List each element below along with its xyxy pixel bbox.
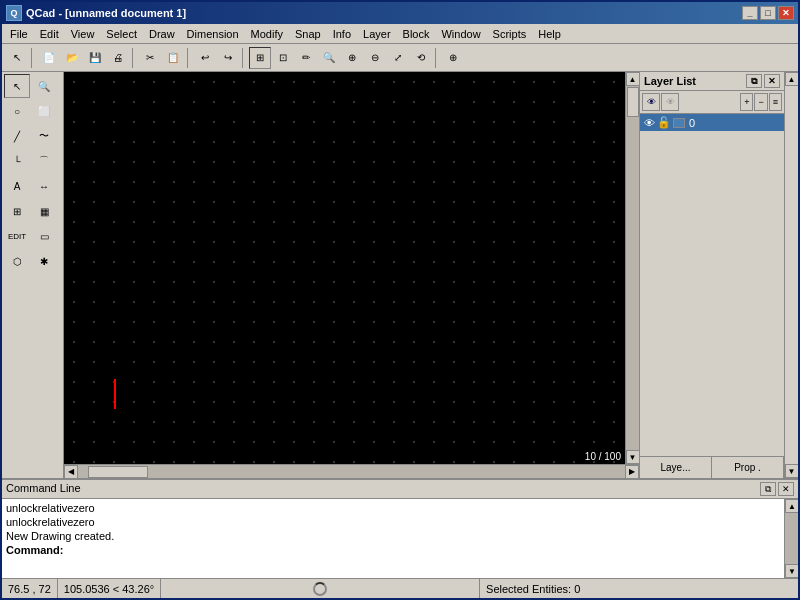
snap-btn[interactable]: ⊡ — [272, 47, 294, 69]
menu-dimension[interactable]: Dimension — [181, 24, 245, 43]
vscroll-thumb[interactable] — [627, 87, 639, 117]
menu-window[interactable]: Window — [435, 24, 486, 43]
minimize-btn[interactable]: _ — [742, 6, 758, 20]
cmd-float-btn[interactable]: ⧉ — [760, 482, 776, 496]
layer-add-btn[interactable]: + — [740, 93, 753, 111]
drawing-canvas[interactable]: 10 / 100 — [64, 72, 625, 464]
hatch-tool-btn[interactable]: ⊞ — [4, 199, 30, 223]
block-tool-btn[interactable]: ▭ — [31, 224, 57, 248]
menu-snap[interactable]: Snap — [289, 24, 327, 43]
layer-show-all-btn[interactable]: 👁 — [642, 93, 660, 111]
menu-view[interactable]: View — [65, 24, 101, 43]
layer-lock-icon: 🔓 — [657, 116, 671, 129]
menu-file[interactable]: File — [4, 24, 34, 43]
new-btn[interactable]: 📄 — [38, 47, 60, 69]
window-controls[interactable]: _ □ ✕ — [742, 6, 794, 20]
circle-tool-btn[interactable]: ○ — [4, 99, 30, 123]
cmd-prompt-line: Command: — [6, 543, 780, 557]
layer-close-btn[interactable]: ✕ — [764, 74, 780, 88]
cmd-scroll-track[interactable] — [785, 513, 798, 564]
layer-list-btn[interactable]: ≡ — [769, 93, 782, 111]
scroll-left-btn[interactable]: ◀ — [64, 465, 78, 479]
coordinates-section: 76.5 , 72 — [2, 579, 58, 598]
zoom-fit-btn[interactable]: ⤢ — [387, 47, 409, 69]
angle-tool-btn[interactable]: └ — [4, 149, 30, 173]
snap-tool-btn[interactable]: ✱ — [31, 249, 57, 273]
menu-edit[interactable]: Edit — [34, 24, 65, 43]
vscroll-track[interactable] — [626, 86, 639, 450]
cmd-scroll-down[interactable]: ▼ — [785, 564, 798, 578]
pointer-tool[interactable]: ↖ — [6, 47, 28, 69]
horizontal-scrollbar[interactable]: ◀ ▶ — [64, 464, 639, 478]
zoom-btn[interactable]: 🔍 — [318, 47, 340, 69]
print-btn[interactable]: 🖨 — [107, 47, 129, 69]
copy-btn[interactable]: 📋 — [162, 47, 184, 69]
arc-tool-btn[interactable]: ⌒ — [31, 149, 57, 173]
hscroll-thumb[interactable] — [88, 466, 148, 478]
undo-btn[interactable]: ↩ — [194, 47, 216, 69]
vertical-scrollbar[interactable]: ▲ ▼ — [625, 72, 639, 464]
cmd-header-controls[interactable]: ⧉ ✕ — [760, 482, 794, 496]
menu-block[interactable]: Block — [397, 24, 436, 43]
scroll-up-btn[interactable]: ▲ — [626, 72, 640, 86]
rect-tool-btn[interactable]: ⬜ — [31, 99, 57, 123]
scroll-right-btn[interactable]: ▶ — [625, 465, 639, 479]
center-area: 10 / 100 ▲ ▼ ◀ — [64, 72, 798, 478]
zoom-prev-btn[interactable]: ⟲ — [410, 47, 432, 69]
cmd-scrollbar[interactable]: ▲ ▼ — [784, 499, 798, 578]
menu-help[interactable]: Help — [532, 24, 567, 43]
spinner-section — [161, 579, 480, 598]
zoom-in-btn[interactable]: ⊕ — [341, 47, 363, 69]
save-btn[interactable]: 💾 — [84, 47, 106, 69]
right-panel-scrollbar[interactable]: ▲ ▼ — [784, 72, 798, 478]
layer-color-box — [673, 118, 685, 128]
layer-list-title: Layer List — [644, 75, 696, 87]
zoom-tool-btn[interactable]: 🔍 — [31, 74, 57, 98]
menu-scripts[interactable]: Scripts — [487, 24, 533, 43]
edit-label-btn[interactable]: EDIT — [4, 224, 30, 248]
polygon-tool-btn[interactable]: ⬡ — [4, 249, 30, 273]
rpanel-up-btn[interactable]: ▲ — [785, 72, 799, 86]
grid-btn[interactable]: ⊞ — [249, 47, 271, 69]
maximize-btn[interactable]: □ — [760, 6, 776, 20]
redo-btn[interactable]: ↪ — [217, 47, 239, 69]
crosshair-btn[interactable]: ⊕ — [442, 47, 464, 69]
cut-btn[interactable]: ✂ — [139, 47, 161, 69]
properties-tab-btn[interactable]: Prop . — [712, 457, 784, 478]
cmd-history-2: unlockrelativezero — [6, 515, 780, 529]
layer-item[interactable]: 👁 🔓 0 — [640, 114, 784, 131]
menu-draw[interactable]: Draw — [143, 24, 181, 43]
grid-tool-btn[interactable]: ▦ — [31, 199, 57, 223]
scroll-down-btn[interactable]: ▼ — [626, 450, 640, 464]
layer-hide-all-btn[interactable]: 👁 — [661, 93, 679, 111]
zoom-out-btn[interactable]: ⊖ — [364, 47, 386, 69]
canvas-area: 10 / 100 ▲ ▼ ◀ — [64, 72, 639, 478]
line-tool-btn[interactable]: ╱ — [4, 124, 30, 148]
layer-header-controls[interactable]: ⧉ ✕ — [746, 74, 780, 88]
measure-tool-btn[interactable]: ↔ — [31, 174, 57, 198]
pen-btn[interactable]: ✏ — [295, 47, 317, 69]
close-btn[interactable]: ✕ — [778, 6, 794, 20]
menu-modify[interactable]: Modify — [245, 24, 289, 43]
menu-layer[interactable]: Layer — [357, 24, 397, 43]
rpanel-down-btn[interactable]: ▼ — [785, 464, 799, 478]
hscroll-track[interactable] — [78, 465, 625, 478]
select-tool-btn[interactable]: ↖ — [4, 74, 30, 98]
layer-remove-btn[interactable]: − — [754, 93, 767, 111]
cmd-area-inner: unlockrelativezero unlockrelativezero Ne… — [2, 499, 798, 578]
open-btn[interactable]: 📂 — [61, 47, 83, 69]
menu-info[interactable]: Info — [327, 24, 357, 43]
layer-list-header: Layer List ⧉ ✕ — [640, 72, 784, 91]
command-input[interactable] — [67, 544, 267, 556]
layer-float-btn[interactable]: ⧉ — [746, 74, 762, 88]
text-tool-btn[interactable]: A — [4, 174, 30, 198]
main-toolbar: ↖ 📄 📂 💾 🖨 ✂ 📋 ↩ ↪ ⊞ ⊡ ✏ 🔍 ⊕ ⊖ ⤢ ⟲ ⊕ — [2, 44, 798, 72]
cmd-close-btn[interactable]: ✕ — [778, 482, 794, 496]
curve-tool-btn[interactable]: 〜 — [31, 124, 57, 148]
menu-select[interactable]: Select — [100, 24, 143, 43]
layer-tab-btn[interactable]: Laye... — [640, 457, 712, 478]
app-icon: Q — [6, 5, 22, 21]
selected-label: Selected Entities: — [486, 583, 571, 595]
cmd-scroll-up[interactable]: ▲ — [785, 499, 798, 513]
activity-spinner — [313, 582, 327, 596]
